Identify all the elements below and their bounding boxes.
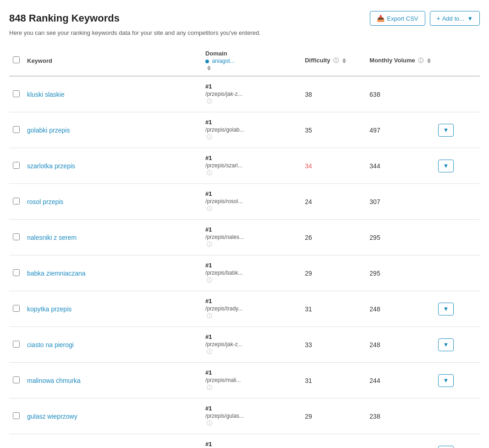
row-rank: #1	[205, 262, 297, 269]
row-checkbox[interactable]	[13, 341, 20, 348]
row-checkbox-cell	[9, 255, 23, 291]
row-difficulty: 38	[305, 91, 312, 98]
row-rank: #1	[205, 190, 297, 197]
row-domain-info-icon[interactable]: ⓘ	[207, 170, 212, 176]
select-all-checkbox[interactable]	[13, 56, 20, 63]
row-dropdown-button[interactable]: ▼	[438, 338, 454, 351]
row-checkbox[interactable]	[13, 90, 20, 97]
row-difficulty: 26	[305, 234, 312, 241]
row-keyword-cell: babka piaskowa	[23, 434, 202, 448]
keyword-link[interactable]: ciasto na pierogi	[27, 341, 74, 348]
keyword-link[interactable]: gulasz wieprzowy	[27, 413, 77, 420]
row-dropdown-button[interactable]: ▼	[438, 446, 454, 448]
row-domain-cell: #1 /przepis/babk... ⓘ	[202, 434, 301, 448]
row-volume-cell: 295	[366, 220, 434, 255]
row-domain-info-icon[interactable]: ⓘ	[207, 134, 212, 140]
row-keyword-cell: gulasz wieprzowy	[23, 398, 202, 434]
row-volume: 248	[369, 341, 380, 348]
row-volume-cell: 638	[366, 76, 434, 112]
row-path: /przepis/nales...	[205, 234, 297, 240]
row-checkbox[interactable]	[13, 305, 20, 312]
row-domain-info-icon[interactable]: ⓘ	[207, 205, 212, 212]
row-action-cell	[434, 220, 480, 255]
row-volume: 344	[369, 162, 380, 170]
row-checkbox[interactable]	[13, 233, 20, 240]
row-rank: #1	[205, 155, 297, 161]
row-domain-cell: #1 /przepis/nales... ⓘ	[202, 220, 301, 255]
row-volume: 295	[369, 234, 380, 241]
row-difficulty-cell: 26	[301, 220, 366, 255]
row-volume-cell: 497	[366, 112, 434, 148]
th-monthly-volume[interactable]: Monthly Volume ⓘ	[366, 45, 434, 76]
th-select-all	[9, 45, 23, 76]
domain-dot	[205, 60, 209, 63]
row-difficulty: 24	[305, 198, 312, 205]
th-action	[434, 45, 480, 76]
row-domain-cell: #1 /przepis/trady... ⓘ	[202, 291, 301, 327]
keyword-link[interactable]: golabki przepis	[27, 127, 70, 134]
row-dropdown-button[interactable]: ▼	[438, 160, 454, 172]
row-domain-info-icon[interactable]: ⓘ	[207, 384, 212, 391]
keyword-link[interactable]: kluski slaskie	[27, 91, 65, 98]
row-rank: #1	[205, 405, 297, 412]
row-difficulty-cell: 33	[301, 327, 366, 363]
th-domain[interactable]: Domain aniagot...	[202, 45, 301, 76]
th-difficulty[interactable]: Difficulty ⓘ	[301, 45, 366, 76]
table-row: golabki przepis #1 /przepis/golab... ⓘ 3…	[9, 112, 480, 148]
row-volume-cell: 244	[366, 363, 434, 398]
row-domain-info-icon[interactable]: ⓘ	[207, 313, 212, 319]
row-domain-cell: #1 /przepis/golab... ⓘ	[202, 112, 301, 148]
domain-sort-icon	[207, 66, 211, 71]
row-volume: 307	[369, 198, 380, 205]
keywords-table: Keyword Domain aniagot... Difficulty ⓘ	[9, 45, 480, 448]
keyword-link[interactable]: malinowa chmurka	[27, 377, 81, 384]
row-volume: 238	[369, 413, 380, 420]
row-checkbox[interactable]	[13, 412, 20, 419]
export-csv-button[interactable]: 📥 Export CSV	[370, 11, 425, 26]
row-action-cell: ▼	[434, 363, 480, 398]
add-to-button[interactable]: + Add to... ▼	[430, 11, 480, 26]
page-title: 848 Ranking Keywords	[9, 12, 120, 24]
row-difficulty-cell: 38	[301, 76, 366, 112]
row-checkbox[interactable]	[13, 376, 20, 383]
row-domain-info-icon[interactable]: ⓘ	[207, 277, 212, 283]
row-domain-cell: #1 /przepis/jak-z... ⓘ	[202, 327, 301, 363]
keyword-link[interactable]: babka ziemniaczana	[27, 270, 86, 277]
row-rank: #1	[205, 298, 297, 304]
table-row: malinowa chmurka #1 /przepis/mali... ⓘ 3…	[9, 363, 480, 398]
row-checkbox[interactable]	[13, 162, 20, 169]
row-difficulty: 35	[305, 127, 312, 134]
row-keyword-cell: rosol przepis	[23, 184, 202, 220]
page-subtitle: Here you can see your ranking keywords d…	[9, 29, 480, 36]
row-dropdown-button[interactable]: ▼	[438, 303, 454, 315]
table-row: babka ziemniaczana #1 /przepis/babk... ⓘ…	[9, 255, 480, 291]
keyword-link[interactable]: rosol przepis	[27, 198, 63, 205]
row-path: /przepis/rosol...	[205, 198, 297, 205]
table-row: gulasz wieprzowy #1 /przepis/gulas... ⓘ …	[9, 398, 480, 434]
row-checkbox[interactable]	[13, 198, 20, 205]
row-checkbox[interactable]	[13, 126, 20, 133]
row-checkbox[interactable]	[13, 269, 20, 276]
table-row: szarlotka przepis #1 /przepis/szarl... ⓘ…	[9, 148, 480, 184]
row-dropdown-button[interactable]: ▼	[438, 124, 454, 137]
row-dropdown-button[interactable]: ▼	[438, 374, 454, 387]
row-path: /przepis/jak-z...	[205, 341, 297, 348]
row-difficulty-cell: 31	[301, 291, 366, 327]
row-domain-info-icon[interactable]: ⓘ	[207, 348, 212, 355]
row-domain-info-icon[interactable]: ⓘ	[207, 241, 212, 248]
keyword-link[interactable]: szarlotka przepis	[27, 162, 75, 170]
volume-info-icon[interactable]: ⓘ	[418, 57, 423, 64]
row-difficulty-cell: 35	[301, 112, 366, 148]
table-row: nalesniki z serem #1 /przepis/nales... ⓘ…	[9, 220, 480, 255]
row-domain-info-icon[interactable]: ⓘ	[207, 98, 212, 105]
row-checkbox-cell	[9, 76, 23, 112]
difficulty-info-icon[interactable]: ⓘ	[333, 57, 339, 64]
row-domain-info-icon[interactable]: ⓘ	[207, 420, 212, 426]
row-keyword-cell: nalesniki z serem	[23, 220, 202, 255]
keyword-link[interactable]: kopytka przepis	[27, 305, 71, 313]
row-path: /przepis/golab...	[205, 127, 297, 133]
row-difficulty: 34	[305, 162, 312, 170]
keyword-link[interactable]: nalesniki z serem	[27, 234, 77, 241]
row-action-cell: ▼	[434, 112, 480, 148]
row-volume-cell: 248	[366, 291, 434, 327]
